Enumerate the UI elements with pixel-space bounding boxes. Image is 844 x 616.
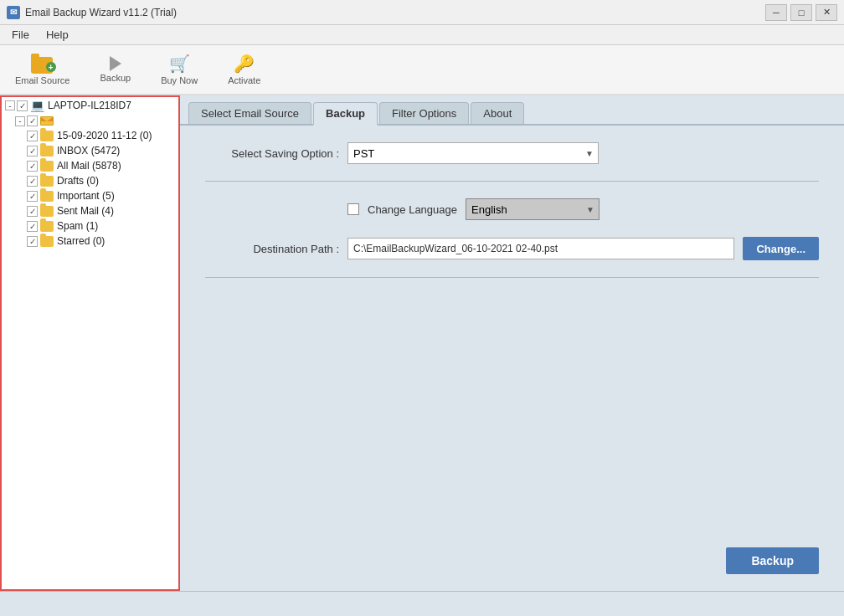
destination-label: Destination Path : xyxy=(205,243,339,255)
app-icon: ✉ xyxy=(7,6,20,19)
content-wrapper: Select Email Source Backup Filter Option… xyxy=(180,95,844,591)
folder-icon-3 xyxy=(40,176,54,187)
checkbox-0[interactable] xyxy=(27,131,38,141)
tab-backup[interactable]: Backup xyxy=(313,102,378,126)
expand-root[interactable]: - xyxy=(5,100,15,110)
buy-now-button[interactable]: 🛒 Buy Now xyxy=(154,50,204,89)
tree-item-6[interactable]: Spam (1) xyxy=(2,218,178,234)
tree-item-2[interactable]: All Mail (5878) xyxy=(2,158,178,173)
item-label-4: Important (5) xyxy=(57,190,115,202)
activate-button[interactable]: 🔑 Activate xyxy=(221,50,267,89)
tree-item-5[interactable]: Sent Mail (4) xyxy=(2,203,178,218)
menu-bar: File Help xyxy=(0,25,844,45)
change-language-checkbox[interactable] xyxy=(347,203,359,215)
backup-button-area: Backup xyxy=(180,531,844,591)
backup-panel: Select Saving Option : PST EML MSG PDF H… xyxy=(180,126,844,311)
buy-now-label: Buy Now xyxy=(161,75,198,85)
divider-2 xyxy=(205,277,819,278)
title-bar: ✉ Email Backup Wizard v11.2 (Trial) ─ □ … xyxy=(0,0,844,25)
saving-option-select[interactable]: PST EML MSG PDF HTML MBOX xyxy=(347,142,599,164)
close-button[interactable]: ✕ xyxy=(816,4,837,21)
destination-input[interactable] xyxy=(347,238,734,259)
tree-item-0[interactable]: 15-09-2020 11-12 (0) xyxy=(2,128,178,143)
status-bar xyxy=(0,591,844,616)
play-icon xyxy=(110,56,121,71)
menu-file[interactable]: File xyxy=(3,27,38,43)
tree-root[interactable]: - 💻 LAPTOP-IL218ID7 xyxy=(2,97,178,114)
divider-1 xyxy=(205,181,819,182)
folder-icon-4 xyxy=(40,191,54,202)
expand-account[interactable]: - xyxy=(15,116,25,126)
menu-help[interactable]: Help xyxy=(38,27,77,43)
minimize-button[interactable]: ─ xyxy=(765,4,787,21)
main-layout: - 💻 LAPTOP-IL218ID7 - 15-09-2020 11-12 (… xyxy=(0,95,844,591)
checkbox-5[interactable] xyxy=(27,206,38,217)
root-label: LAPTOP-IL218ID7 xyxy=(48,100,131,111)
window-controls: ─ □ ✕ xyxy=(765,4,837,21)
folder-icon-7 xyxy=(40,236,54,247)
checkbox-4[interactable] xyxy=(27,191,38,202)
destination-path-row: Destination Path : Change... xyxy=(205,237,819,260)
checkbox-7[interactable] xyxy=(27,236,38,247)
tree-account[interactable]: - xyxy=(2,114,178,128)
panel-body: Select Saving Option : PST EML MSG PDF H… xyxy=(180,126,844,591)
saving-option-label: Select Saving Option : xyxy=(205,147,339,160)
tree-item-7[interactable]: Starred (0) xyxy=(2,234,178,249)
change-language-row: Change Language English French German Sp… xyxy=(205,198,819,220)
tab-select-email-source[interactable]: Select Email Source xyxy=(188,102,311,124)
checkbox-3[interactable] xyxy=(27,176,38,187)
folder-icon-2 xyxy=(40,161,54,172)
maximize-button[interactable]: □ xyxy=(790,4,812,21)
language-select-wrapper: English French German Spanish ▼ xyxy=(466,198,600,220)
checkbox-2[interactable] xyxy=(27,161,38,172)
cart-icon: 🛒 xyxy=(169,54,190,74)
language-select[interactable]: English French German Spanish xyxy=(466,198,600,220)
folder-icon-5 xyxy=(40,206,54,217)
tree-item-1[interactable]: INBOX (5472) xyxy=(2,143,178,158)
key-icon: 🔑 xyxy=(234,54,255,74)
checkbox-account[interactable] xyxy=(27,116,38,126)
tab-strip: Select Email Source Backup Filter Option… xyxy=(180,95,844,126)
item-label-7: Starred (0) xyxy=(57,235,105,247)
saving-option-select-wrapper: PST EML MSG PDF HTML MBOX ▼ xyxy=(347,142,599,164)
checkbox-1[interactable] xyxy=(27,146,38,157)
tree-item-4[interactable]: Important (5) xyxy=(2,188,178,203)
activate-label: Activate xyxy=(228,75,260,85)
item-label-0: 15-09-2020 11-12 (0) xyxy=(57,130,152,141)
email-source-button[interactable]: + Email Source xyxy=(8,50,76,89)
checkbox-root[interactable] xyxy=(17,100,28,111)
folder-icon-1 xyxy=(40,146,54,157)
email-source-label: Email Source xyxy=(15,75,69,85)
content-area: Select Email Source Backup Filter Option… xyxy=(180,95,844,591)
saving-option-row: Select Saving Option : PST EML MSG PDF H… xyxy=(205,142,819,164)
computer-icon: 💻 xyxy=(30,99,44,112)
item-label-2: All Mail (5878) xyxy=(57,160,121,172)
folder-icon-6 xyxy=(40,221,54,232)
checkbox-6[interactable] xyxy=(27,221,38,232)
backup-toolbar-button[interactable]: Backup xyxy=(93,53,137,86)
change-language-label: Change Language xyxy=(368,203,457,216)
folder-icon-0 xyxy=(40,131,54,141)
tab-filter-options[interactable]: Filter Options xyxy=(379,102,469,124)
tree-item-3[interactable]: Drafts (0) xyxy=(2,173,178,188)
item-label-6: Spam (1) xyxy=(57,220,98,232)
tab-about[interactable]: About xyxy=(471,102,524,124)
item-label-1: INBOX (5472) xyxy=(57,145,120,157)
sidebar: - 💻 LAPTOP-IL218ID7 - 15-09-2020 11-12 (… xyxy=(0,95,180,591)
title-bar-text: Email Backup Wizard v11.2 (Trial) xyxy=(25,7,765,18)
item-label-3: Drafts (0) xyxy=(57,175,99,187)
change-button[interactable]: Change... xyxy=(743,237,819,260)
toolbar: + Email Source Backup 🛒 Buy Now 🔑 Activa… xyxy=(0,45,844,95)
backup-label: Backup xyxy=(100,73,131,83)
spacer xyxy=(180,311,844,531)
item-label-5: Sent Mail (4) xyxy=(57,205,114,217)
email-icon-account xyxy=(40,116,54,126)
backup-button[interactable]: Backup xyxy=(726,547,819,574)
